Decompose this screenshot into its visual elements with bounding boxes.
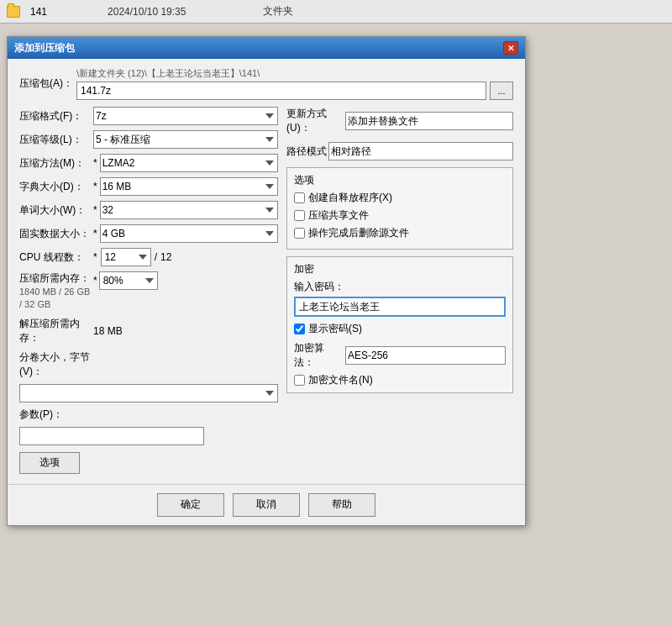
cpu-slash: / [155, 251, 157, 263]
add-to-archive-dialog: 添加到压缩包 ✕ 压缩包(A)： \新建文件夹 (12)\【上老王论坛当老王】\… [7, 36, 526, 526]
right-column: 更新方式(U)： 添加并替换文件 路径模式 相对路径 选 [286, 107, 513, 474]
word-control: * 32 [93, 201, 278, 219]
left-column: 压缩格式(F)： 7z 压缩等级(L)： 5 - 标准压缩 [19, 107, 278, 474]
params-input-row [19, 427, 278, 445]
memory-sub-info: 1840 MB / 26 GB / 32 GB [19, 286, 93, 312]
cpu-select[interactable]: 12 [101, 248, 151, 266]
format-label: 压缩格式(F)： [19, 109, 93, 124]
delete-after-checkbox[interactable] [294, 228, 305, 239]
decomp-value: 18 MB [93, 325, 123, 337]
algorithm-label: 加密算法： [294, 341, 340, 370]
memory-row: 压缩所需内存： 1840 MB / 26 GB / 32 GB * 80% [19, 271, 278, 312]
password-field[interactable] [294, 297, 506, 317]
dialog-body: 压缩包(A)： \新建文件夹 (12)\【上老王论坛当老王】\141\ 141.… [8, 59, 525, 484]
delete-after-row: 操作完成后删除源文件 [294, 226, 506, 240]
memory-label: 压缩所需内存： [19, 271, 93, 286]
confirm-button[interactable]: 确定 [157, 493, 224, 517]
delete-after-label: 操作完成后删除源文件 [308, 226, 409, 240]
browse-button[interactable]: ... [490, 82, 513, 100]
dict-star: * [93, 181, 97, 192]
level-control: 5 - 标准压缩 [93, 130, 278, 149]
update-select[interactable]: 添加并替换文件 [345, 112, 513, 130]
method-row: 压缩方法(M)： * LZMA2 [19, 154, 278, 172]
algorithm-select[interactable]: AES-256 [345, 346, 506, 365]
level-label: 压缩等级(L)： [19, 133, 93, 147]
cpu-row: CPU 线程数： * 12 / 12 [19, 248, 278, 266]
dialog-title: 添加到压缩包 [14, 41, 503, 55]
dict-select[interactable]: 16 MB [100, 177, 278, 196]
dialog-footer: 确定 取消 帮助 [8, 484, 525, 525]
dict-label: 字典大小(D)： [19, 180, 93, 194]
archive-row: 压缩包(A)： \新建文件夹 (12)\【上老王论坛当老王】\141\ 141.… [19, 67, 513, 100]
word-star: * [93, 204, 97, 216]
volume-select[interactable] [19, 384, 278, 402]
solid-star: * [93, 228, 97, 239]
memory-star: * [93, 275, 97, 287]
encrypt-filename-label: 加密文件名(N) [308, 373, 373, 387]
show-password-label: 显示密码(S) [308, 322, 362, 336]
volume-wrap [19, 384, 278, 402]
update-row: 更新方式(U)： 添加并替换文件 [286, 107, 513, 135]
shared-files-row: 压缩共享文件 [294, 208, 506, 223]
word-row: 单词大小(W)： * 32 [19, 201, 278, 219]
cancel-button[interactable]: 取消 [233, 493, 300, 517]
taskbar-type: 文件夹 [263, 4, 293, 18]
word-label: 单词大小(W)： [19, 203, 93, 218]
cpu-star: * [93, 251, 97, 263]
update-label: 更新方式(U)： [286, 107, 345, 135]
decomp-row: 解压缩所需内存： 18 MB [19, 317, 278, 345]
algorithm-row: 加密算法： AES-256 [294, 341, 506, 370]
cpu-max: 12 [160, 251, 171, 263]
path-row: 路径模式 相对路径 [286, 142, 513, 160]
solid-control: * 4 GB [93, 224, 278, 243]
cpu-input-wrap: * 12 / 12 [93, 248, 171, 266]
encryption-section: 加密 输入密码： 显示密码(S) 加密算法： AES-256 [286, 256, 513, 393]
level-select[interactable]: 5 - 标准压缩 [93, 130, 278, 149]
solid-row: 固实数据大小： * 4 GB [19, 224, 278, 243]
options-btn-row: 选项 [19, 452, 278, 474]
solid-label: 固实数据大小： [19, 227, 93, 241]
show-password-checkbox[interactable] [294, 324, 305, 334]
params-label: 参数(P)： [19, 408, 93, 422]
encryption-title: 加密 [294, 262, 506, 276]
options-section-title: 选项 [294, 173, 506, 187]
format-select[interactable]: 7z [93, 107, 278, 125]
format-row: 压缩格式(F)： 7z [19, 107, 278, 125]
help-button[interactable]: 帮助 [308, 493, 375, 517]
password-input-label: 输入密码： [294, 280, 506, 294]
cpu-label: CPU 线程数： [19, 250, 93, 265]
dialog-close-button[interactable]: ✕ [503, 41, 518, 55]
params-input[interactable] [19, 427, 204, 445]
options-section: 选项 创建自释放程序(X) 压缩共享文件 操作完成后删除源文件 [286, 167, 513, 250]
encrypt-filename-row: 加密文件名(N) [294, 373, 506, 387]
folder-icon [7, 6, 20, 18]
memory-select[interactable]: 80% [99, 271, 158, 290]
path-select[interactable]: 相对路径 [328, 142, 513, 160]
archive-label: 压缩包(A)： [19, 76, 71, 91]
method-star: * [93, 157, 97, 169]
decomp-label: 解压缩所需内存： [19, 317, 93, 345]
method-control: * LZMA2 [93, 154, 278, 172]
create-sfx-label: 创建自释放程序(X) [308, 191, 392, 205]
solid-select[interactable]: 4 GB [100, 224, 278, 243]
format-control: 7z [93, 107, 278, 125]
taskbar-folder-name: 141 [30, 6, 47, 18]
archive-input[interactable]: 141.7z [76, 82, 486, 100]
params-row: 参数(P)： [19, 408, 278, 422]
taskbar: 141 2024/10/10 19:35 文件夹 [0, 0, 672, 24]
encrypt-filename-checkbox[interactable] [294, 375, 305, 386]
create-sfx-row: 创建自释放程序(X) [294, 191, 506, 205]
options-button[interactable]: 选项 [19, 452, 80, 474]
create-sfx-checkbox[interactable] [294, 192, 305, 203]
method-label: 压缩方法(M)： [19, 156, 93, 171]
archive-path-hint: \新建文件夹 (12)\【上老王论坛当老王】\141\ [76, 67, 513, 80]
method-select[interactable]: LZMA2 [100, 154, 278, 172]
shared-files-checkbox[interactable] [294, 210, 305, 221]
dialog-titlebar: 添加到压缩包 ✕ [8, 37, 525, 59]
two-col-layout: 压缩格式(F)： 7z 压缩等级(L)： 5 - 标准压缩 [19, 107, 513, 474]
volume-input-row [19, 384, 278, 402]
desktop: 添加到压缩包 ✕ 压缩包(A)： \新建文件夹 (12)\【上老王论坛当老王】\… [0, 24, 672, 626]
word-select[interactable]: 32 [100, 201, 278, 219]
dict-row: 字典大小(D)： * 16 MB [19, 177, 278, 196]
show-password-row: 显示密码(S) [294, 322, 506, 336]
